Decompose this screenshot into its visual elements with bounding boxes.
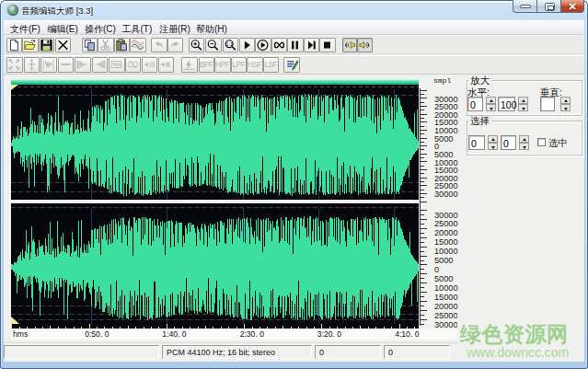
svg-text:20000: 20000 [434,228,458,237]
svg-text:5000: 5000 [434,274,453,283]
svg-text:1:1: 1:1 [225,41,232,47]
svg-text:smpl: smpl [433,76,451,85]
svg-text:30000: 30000 [434,190,458,199]
svg-text:2:30. 0: 2:30. 0 [240,329,265,339]
svg-text:20000: 20000 [434,302,458,311]
svg-text:15000: 15000 [434,237,458,247]
svg-text:10000: 10000 [434,247,458,256]
svg-text:15000: 15000 [434,293,458,302]
svg-text:1:40. 0: 1:40. 0 [162,329,187,339]
svg-text:0:50. 0: 0:50. 0 [85,329,110,339]
svg-text:25000: 25000 [434,219,458,228]
svg-text:30000: 30000 [434,320,458,329]
svg-text:3:20. 0: 3:20. 0 [317,329,342,339]
svg-text:30000: 30000 [434,211,458,220]
svg-text:25000: 25000 [434,311,458,320]
svg-text:0: 0 [434,265,439,274]
svg-text:4:10. 0: 4:10. 0 [395,329,420,339]
svg-text:5000: 5000 [434,256,453,265]
svg-text:10000: 10000 [434,283,458,293]
svg-text:hms: hms [13,329,28,339]
